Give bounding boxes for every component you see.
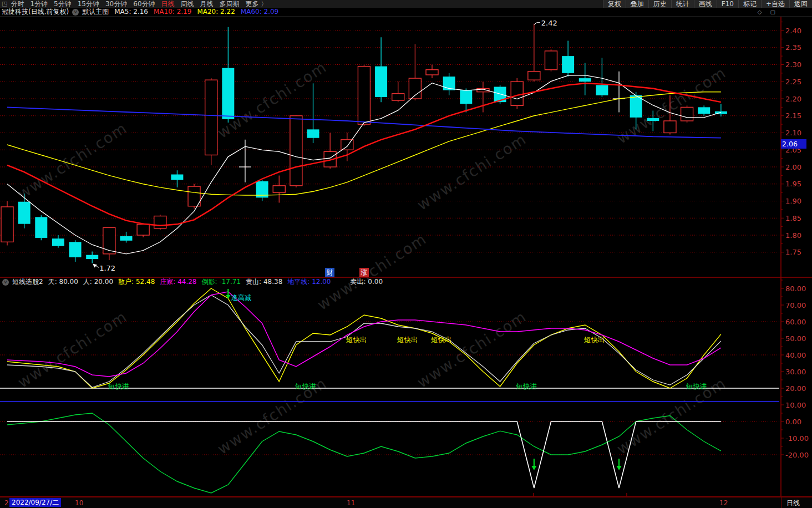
flag-涨: 涨 xyxy=(359,268,369,277)
candle-down xyxy=(222,27,234,123)
toolbar-button-F10[interactable]: F10 xyxy=(717,0,738,8)
date-bar[interactable]: 2 2022/09/27/二 101112 日线 xyxy=(0,497,812,508)
menu-item-更多 〉[interactable]: 更多 〉 xyxy=(246,0,268,8)
indicator-param: 黄山: 48.38 xyxy=(246,278,282,286)
menu-item-30分钟[interactable]: 30分钟 xyxy=(105,0,127,8)
menu-item-分时[interactable]: 分时 xyxy=(11,0,24,8)
price-axis-label: 2.40 xyxy=(785,27,801,35)
price-axis-label: 1.90 xyxy=(785,197,801,205)
indicator-values: 短线选股2天: 80.00人: 20.00散户: 52.48庄家: 44.28倒… xyxy=(12,278,388,286)
toolbar-right-buttons: 复权叠加历史统计画线F10标记+自选返回 xyxy=(603,0,812,8)
buy-signal-text: 短快进 xyxy=(516,382,537,390)
top-toolbar: ◳ 分时1分钟5分钟15分钟30分钟60分钟日线周线月线多周期更多 〉 复权叠加… xyxy=(0,0,812,8)
info-bar: 冠捷科技(日线,前复权) v 默认主图 MA5: 2.16MA10: 2.19M… xyxy=(0,8,812,17)
indicator-param: 天: 80.00 xyxy=(48,278,78,286)
ma-label: MA10: 2.19 xyxy=(154,8,191,16)
indicator-param: 散户: 52.48 xyxy=(118,278,155,286)
toolbar-button-画线[interactable]: 画线 xyxy=(694,0,717,8)
indicator-param: 地平线: 12.00 xyxy=(287,278,331,286)
menu-item-多周期[interactable]: 多周期 xyxy=(220,0,240,8)
price-axis-label: 2.35 xyxy=(785,43,801,52)
price-axis-label: 1.85 xyxy=(785,214,801,222)
ma-label: MA20: 2.22 xyxy=(197,8,235,16)
ma-label: MA60: 2.09 xyxy=(241,8,278,16)
indicator-header: v 短线选股2天: 80.00人: 20.00散户: 52.48庄家: 44.2… xyxy=(2,278,388,286)
candle-up xyxy=(188,184,200,209)
indicator-axis-label: 30.00 xyxy=(785,368,806,376)
candle-up xyxy=(528,24,540,82)
month-label-12: 12 xyxy=(719,498,728,508)
sell-signal-text: 短快出 xyxy=(397,336,418,344)
indicator-axis-label: 0.00 xyxy=(785,418,801,426)
price-axis-label: 2.30 xyxy=(785,60,801,69)
candle-down xyxy=(69,240,82,262)
clipped-date-char: 2 xyxy=(4,498,9,508)
candle-down xyxy=(35,215,47,240)
sell-arrow-icon xyxy=(617,459,622,470)
app-icon: ◳ xyxy=(2,0,7,8)
price-axis-label: 2.15 xyxy=(785,111,801,120)
menu-item-60分钟[interactable]: 60分钟 xyxy=(133,0,155,8)
candle-up xyxy=(273,175,285,202)
candle-down xyxy=(443,73,455,95)
menu-item-周线[interactable]: 周线 xyxy=(181,0,194,8)
high-annotation-line xyxy=(534,23,540,25)
indicator-axis-label: -10.00 xyxy=(785,434,809,443)
indicator-param: 人: 20.00 xyxy=(83,278,113,286)
series-line xyxy=(7,413,721,493)
menu-item-15分钟[interactable]: 15分钟 xyxy=(78,0,99,8)
corner-icons[interactable]: ◇ ▢ xyxy=(758,8,779,16)
indicator-axis-label: 40.00 xyxy=(785,351,806,359)
candle-up xyxy=(103,227,115,260)
price-axis-label: 2.00 xyxy=(785,163,801,171)
chevron-down-icon[interactable]: v xyxy=(72,9,79,16)
indicator-param: 庄家: 44.28 xyxy=(160,278,196,286)
price-axis-label: 1.80 xyxy=(785,231,801,240)
main-chart-selector[interactable]: 默认主图 xyxy=(82,8,109,16)
watermark: www.cfchi.com xyxy=(414,308,529,391)
candle-down xyxy=(120,232,132,243)
chart-canvas: www.cfchi.comwww.cfchi.comwww.cfchi.comw… xyxy=(0,0,812,508)
candle-up xyxy=(137,223,149,237)
candle-up xyxy=(154,215,166,230)
indicator-axis-label: -20.00 xyxy=(785,451,809,459)
indicator-axis-label: 10.00 xyxy=(785,401,806,409)
candle-up xyxy=(681,105,693,123)
buy-signal-text: 短快进 xyxy=(295,382,316,390)
candle-down xyxy=(52,235,64,248)
menu-item-5分钟[interactable]: 5分钟 xyxy=(54,0,72,8)
toolbar-button-复权[interactable]: 复权 xyxy=(603,0,626,8)
menu-item-月线[interactable]: 月线 xyxy=(200,0,214,8)
indicator-axis-label: 60.00 xyxy=(785,318,806,326)
selected-date-badge: 2022/09/27/二 xyxy=(9,498,61,507)
current-price-badge: 2.06 xyxy=(781,139,806,149)
month-label-11: 11 xyxy=(347,498,355,508)
candle-down xyxy=(86,252,98,263)
buy-signal-text: 短快进 xyxy=(108,382,129,390)
toolbar-button-返回[interactable]: 返回 xyxy=(789,0,812,8)
toolbar-button-标记[interactable]: 标记 xyxy=(738,0,761,8)
toolbar-button-统计[interactable]: 统计 xyxy=(671,0,694,8)
stock-title[interactable]: 冠捷科技(日线,前复权) xyxy=(2,8,69,16)
indicator-axis-label: 70.00 xyxy=(785,301,806,309)
toolbar-button-历史[interactable]: 历史 xyxy=(648,0,671,8)
collapse-icon[interactable]: v xyxy=(2,279,9,286)
candle-down xyxy=(256,180,268,201)
toolbar-button-+自选[interactable]: +自选 xyxy=(761,0,789,8)
candle-down xyxy=(562,40,574,77)
period-status[interactable]: 日线 xyxy=(786,498,800,508)
sell-signal-text: 短快出 xyxy=(431,336,452,344)
flag-财: 财 xyxy=(325,268,334,277)
menu-item-日线[interactable]: 日线 xyxy=(161,0,175,8)
sell-signal-text: 短快出 xyxy=(346,336,367,344)
menu-item-1分钟[interactable]: 1分钟 xyxy=(30,0,48,8)
period-menu: 分时1分钟5分钟15分钟30分钟60分钟日线周线月线多周期更多 〉 xyxy=(11,0,273,8)
toolbar-button-叠加[interactable]: 叠加 xyxy=(626,0,648,8)
candle-up xyxy=(358,65,370,126)
candle-down xyxy=(715,104,727,116)
candle-up xyxy=(290,115,302,187)
candle-up xyxy=(511,78,523,109)
candle-down xyxy=(698,105,710,115)
watermark: www.cfchi.com xyxy=(613,374,729,458)
candle-up xyxy=(477,82,489,112)
